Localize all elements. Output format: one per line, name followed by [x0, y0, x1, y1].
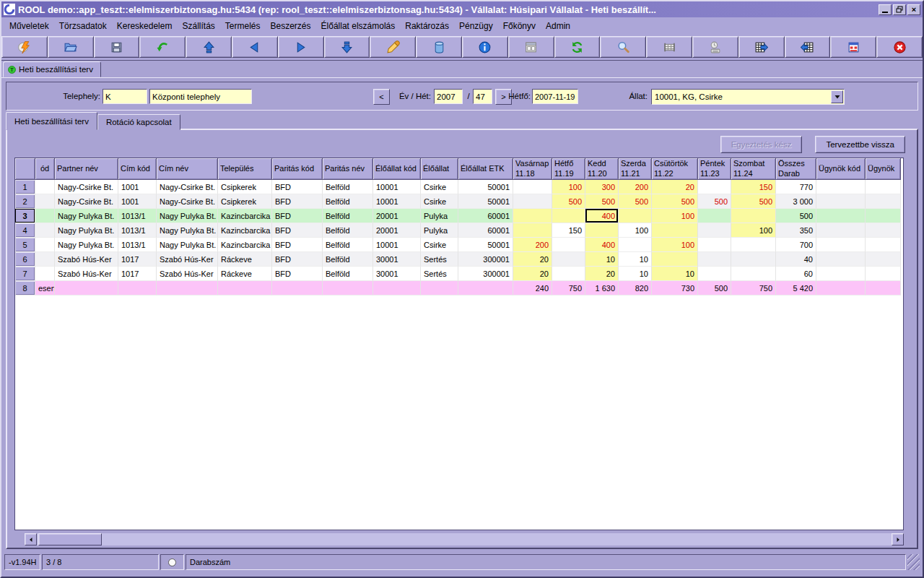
tab-rotacio-kapcsolat[interactable]: Rotáció kapcsolat	[97, 114, 180, 130]
last-record-button[interactable]	[324, 36, 370, 58]
cell-partner[interactable]: Szabó Hús-Ker	[55, 252, 118, 267]
cell-paritas_kod[interactable]: BFD	[272, 194, 323, 209]
cell-eloallat_kod[interactable]: 10001	[373, 238, 421, 252]
cell-ugynok_kod[interactable]	[816, 281, 866, 296]
ev-field[interactable]	[434, 89, 463, 104]
day-cell[interactable]: 100	[652, 238, 698, 252]
row-header[interactable]: 6	[15, 252, 35, 267]
export-table-button[interactable]	[738, 36, 785, 58]
allat-dropdown[interactable]: 10001, KG, Csirke	[651, 89, 845, 105]
cell-osszes[interactable]: 770	[776, 180, 816, 194]
telephely-name-field[interactable]	[149, 89, 252, 104]
cell-eloallat[interactable]: Csirke	[421, 238, 458, 252]
cell-ugynok[interactable]	[866, 281, 901, 296]
cell-paritas_kod[interactable]: BFD	[272, 252, 323, 267]
cell-cim_kod[interactable]: 1017	[118, 252, 157, 267]
row-header[interactable]: 1	[15, 180, 35, 194]
tab-heti-beszallitasi-terv-window[interactable]: T Heti beszállítási terv	[3, 61, 101, 77]
cell-telepules[interactable]: Kazincbarcika	[218, 238, 272, 252]
row-header[interactable]: 3	[15, 209, 35, 223]
cell-ugynok_kod[interactable]	[816, 209, 866, 223]
col-header-ugynok[interactable]: Ügynök	[866, 158, 901, 180]
day-cell[interactable]: 730	[652, 281, 698, 296]
cell-partner[interactable]: Szabó Hús-Ker	[55, 267, 118, 281]
day-cell[interactable]	[619, 209, 652, 223]
cell-eloallat[interactable]: Pulyka	[421, 209, 458, 223]
day-cell[interactable]	[513, 180, 552, 194]
day-cell[interactable]	[731, 267, 776, 281]
cell-kod[interactable]	[35, 238, 55, 252]
day-cell[interactable]	[698, 180, 731, 194]
window-layout-button[interactable]	[830, 36, 876, 58]
horizontal-scrollbar[interactable]	[25, 533, 904, 545]
cell-ugynok[interactable]	[866, 252, 901, 267]
col-header-etk[interactable]: Élőállat ETK	[458, 158, 513, 180]
cell-ugynok_kod[interactable]	[816, 180, 866, 194]
day-cell[interactable]: 150	[552, 223, 585, 238]
search-button[interactable]	[600, 36, 646, 58]
day-cell[interactable]: 10	[619, 267, 652, 281]
day-cell[interactable]: 500	[698, 194, 731, 209]
day-cell[interactable]	[513, 223, 552, 238]
day-cell[interactable]	[552, 267, 585, 281]
cell-paritas_kod[interactable]: BFD	[272, 180, 323, 194]
cell-partner[interactable]: Nagy Pulyka Bt.	[55, 223, 118, 238]
database-button[interactable]	[416, 36, 462, 58]
day-cell[interactable]: 100	[619, 223, 652, 238]
cell-paritas_kod[interactable]: BFD	[272, 267, 323, 281]
day-cell[interactable]	[731, 252, 776, 267]
day-cell[interactable]: 20	[513, 252, 552, 267]
cell-osszes[interactable]: 700	[776, 238, 816, 252]
cell-paritas_nev[interactable]: Belföld	[323, 267, 373, 281]
cell-ugynok[interactable]	[866, 209, 901, 223]
egyeztetes-kesz-button[interactable]: Egyeztetés kész	[720, 136, 803, 153]
col-header-cim_nev[interactable]: Cím név	[157, 158, 218, 180]
cell-etk[interactable]: 300001	[458, 267, 513, 281]
col-header-day2[interactable]: Kedd11.20	[585, 158, 619, 180]
day-cell[interactable]	[619, 238, 652, 252]
cell-telepules[interactable]: Ráckeve	[218, 267, 272, 281]
exit-button[interactable]	[876, 36, 923, 58]
cell-telepules[interactable]	[218, 281, 272, 296]
day-cell[interactable]	[652, 252, 698, 267]
cell-kod[interactable]	[35, 267, 55, 281]
day-cell[interactable]: 20	[513, 267, 552, 281]
cell-eloallat[interactable]: Csirke	[421, 180, 458, 194]
cell-partner[interactable]: Nagy-Csirke Bt.	[55, 194, 118, 209]
day-cell[interactable]: 750	[731, 281, 776, 296]
col-header-cim_kod[interactable]: Cím kód	[118, 158, 157, 180]
cell-eloallat_kod[interactable]	[373, 281, 421, 296]
cell-etk[interactable]: 50001	[458, 194, 513, 209]
col-header-day6[interactable]: Szombat11.24	[731, 158, 776, 180]
close-button[interactable]: ×	[907, 4, 920, 15]
menu-item-muveletek[interactable]: Műveletek	[4, 19, 54, 33]
day-cell[interactable]	[552, 238, 585, 252]
cell-cim_nev[interactable]: Szabó Hús-Ker	[157, 267, 218, 281]
col-header-telepules[interactable]: Település	[218, 158, 272, 180]
day-cell[interactable]	[652, 223, 698, 238]
day-cell[interactable]: 100	[552, 180, 585, 194]
day-cell[interactable]: 500	[652, 194, 698, 209]
day-cell[interactable]	[698, 267, 731, 281]
cell-cim_kod[interactable]	[118, 281, 157, 296]
cell-eloallat[interactable]: Sertés	[421, 252, 458, 267]
cell-kod[interactable]	[35, 252, 55, 267]
day-cell[interactable]: 500	[619, 194, 652, 209]
col-header-day5[interactable]: Péntek11.23	[698, 158, 731, 180]
menu-item-torzsadatok[interactable]: Törzsadatok	[54, 19, 112, 33]
menu-item-beszerzes[interactable]: Beszerzés	[266, 19, 316, 33]
cell-cim_nev[interactable]: Nagy Pulyka Bt.	[157, 238, 218, 252]
cell-partner[interactable]: Nagy-Csirke Bt.	[55, 180, 118, 194]
cell-eloallat_kod[interactable]: 20001	[373, 209, 421, 223]
cell-eloallat_kod[interactable]: 10001	[373, 194, 421, 209]
row-header[interactable]: 8	[15, 281, 35, 296]
cell-telepules[interactable]: Kazincbarcika	[218, 223, 272, 238]
menu-item-szallitas[interactable]: Szállítás	[177, 19, 219, 33]
next-record-button[interactable]	[278, 36, 324, 58]
cell-eloallat_kod[interactable]: 20001	[373, 223, 421, 238]
cell-ugynok[interactable]	[866, 238, 901, 252]
cell-cim_nev[interactable]: Nagy-Csirke Bt.	[157, 180, 218, 194]
cell-ugynok_kod[interactable]	[816, 252, 866, 267]
import-table-button[interactable]	[785, 36, 831, 58]
col-header-partner[interactable]: Partner név	[55, 158, 118, 180]
